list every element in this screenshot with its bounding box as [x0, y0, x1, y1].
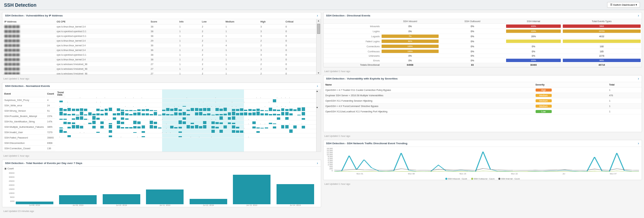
panel-title: SSH Detection - Normalized Events — [5, 85, 50, 88]
normalized-events-table: EventCountTrend Data Suspicious_SSH_Prox… — [2, 90, 66, 152]
expand-icon[interactable]: › — [638, 77, 639, 80]
column-header[interactable]: IP Address — [2, 19, 55, 24]
last-updated: Last Updated 23 minutes ago — [2, 209, 321, 213]
expand-icon[interactable]: › — [638, 14, 639, 17]
table-row[interactable]: ██.██.██.██cpe:/o:openbsd:openbsd:3.1381… — [2, 29, 316, 34]
line-series — [334, 168, 639, 170]
scroll-thumb[interactable] — [316, 93, 321, 106]
bar[interactable] — [16, 202, 53, 204]
bar[interactable] — [233, 175, 270, 204]
bar[interactable] — [59, 195, 97, 204]
table-row[interactable]: ██.██.██.██cpe:/o:openbsd:openbsd:3.1381… — [2, 53, 316, 57]
table-row[interactable]: SSH:Invalid_User7279 — [3, 130, 65, 135]
expand-icon[interactable]: › — [317, 161, 318, 165]
bar[interactable] — [146, 189, 184, 204]
column-header[interactable]: Low — [200, 19, 223, 24]
x-tick: Jul 10, 2019 — [103, 204, 140, 206]
column-header[interactable]: Critical — [284, 19, 316, 24]
exploits-table: NameSeverityTotal OpenSSH < 4.7 Trusted … — [324, 82, 642, 114]
x-tick: Mon 22 — [511, 173, 518, 175]
scroll-up-icon[interactable]: ▴ — [316, 19, 321, 22]
panel-title: SSH Detection - SSH Network Traffic Dire… — [326, 142, 407, 145]
table-row: Failed Logins82%0% — [324, 39, 642, 44]
panel-events-per-day: SSH Detection - Total Number of Events p… — [2, 160, 321, 207]
table-row[interactable]: ██.██.██.██cpe:/o:openbsd:openbsd:3.1381… — [2, 34, 316, 39]
legend-item[interactable]: SSH Outbound - Count — [471, 178, 495, 180]
legend-item[interactable]: SSH Internal - Count — [498, 178, 519, 180]
column-header[interactable]: Count — [46, 90, 55, 97]
table-row[interactable]: OpenSSH X11 Forwarding Session Hijacking… — [324, 98, 642, 104]
table-row[interactable]: ██.██.██.██cpe:/o:linux:linux_kernel:3.4… — [2, 24, 316, 29]
table-row[interactable]: SSH:Connection_Closed136 — [3, 146, 65, 151]
bar[interactable] — [190, 199, 227, 204]
legend-item[interactable]: SSH Inbound - Count — [445, 178, 467, 180]
table-row[interactable]: SSH_Write_error24 — [3, 103, 65, 108]
bar[interactable] — [103, 194, 140, 204]
column-header: SSH Outbound — [440, 19, 505, 24]
column-header: Total Events Types — [562, 19, 642, 24]
scroll-thumb[interactable] — [317, 24, 320, 34]
scrollbar[interactable]: ▴ ▾ — [316, 19, 321, 74]
table-row[interactable]: OpenSSH X11UseLocalhost X11 Forwarding P… — [324, 109, 642, 114]
page-title: SSH Detection — [4, 2, 36, 8]
column-header: SSH Inbound — [381, 19, 440, 24]
column-header[interactable]: Severity — [534, 82, 607, 88]
top-bar: SSH Detection ☰ Switch Dashboard ▾ — [0, 0, 644, 10]
panel-title: SSH Detection - Directional Events — [326, 14, 370, 17]
expand-icon[interactable]: › — [638, 142, 639, 145]
last-updated: Last Updated 1 hour ago — [323, 182, 642, 186]
x-tick: Mon 07 — [610, 173, 616, 175]
panel-trending: SSH Detection - SSH Network Traffic Dire… — [323, 140, 642, 180]
panel-vuln-by-ip: SSH Detection - Vulnerabilities by IP Ad… — [2, 12, 321, 75]
table-row: Continuous100%0%0%185 — [324, 49, 642, 54]
line-series — [334, 152, 639, 172]
table-row[interactable]: ██.██.██.██cpe:/o:windows:Vmdotnet_98271… — [2, 71, 316, 75]
bar[interactable] — [277, 184, 314, 204]
column-header[interactable]: Event — [3, 90, 45, 97]
table-row[interactable]: SSH:Failed_Password35893 — [3, 135, 65, 140]
switch-dashboard-button[interactable]: ☰ Switch Dashboard ▾ — [607, 2, 640, 8]
table-row[interactable]: ██.██.██.██cpe:/o:linux:linux_kernel:3.4… — [2, 48, 316, 53]
directional-table: SSH InboundSSH OutboundSSH InternalTotal… — [324, 19, 642, 67]
column-header[interactable]: Name — [324, 82, 534, 88]
table-row[interactable]: ██.██.██.██cpe:/o:windows:Vmdotnet_98271… — [2, 62, 316, 67]
column-header[interactable]: OS CPE — [55, 19, 149, 24]
column-header — [324, 19, 381, 24]
table-row: Inbounds0%0%100%5863 — [324, 24, 642, 29]
table-row[interactable]: SSH:Multiple_Authentication_Failures3855 — [3, 125, 65, 129]
column-header[interactable]: Total — [607, 82, 642, 88]
table-row[interactable]: Dropbear SSH Server < 2016.58 Multiple V… — [324, 93, 642, 98]
column-header[interactable]: High — [258, 19, 284, 24]
table-row[interactable]: OpenSSH < 4.7 Trusted X11 Cookie Connect… — [324, 88, 642, 93]
column-header[interactable]: Score — [149, 19, 177, 24]
table-row[interactable]: SSH:Disconnection6908 — [3, 141, 65, 146]
scroll-up-icon[interactable]: ▴ — [316, 90, 321, 93]
table-row[interactable]: SSH:Wrong_Version51 — [3, 109, 65, 113]
column-header[interactable]: Info — [177, 19, 200, 24]
table-row[interactable]: ██.██.██.██cpe:/o:windows:Vmdotnet_98271… — [2, 67, 316, 71]
scrollbar[interactable]: ▴ ▾ — [316, 90, 321, 152]
expand-icon[interactable]: › — [317, 14, 318, 17]
table-row: Connections100%0%0%160 — [324, 44, 642, 49]
table-row[interactable]: Suspicious_SSH_Proxy4 — [3, 98, 65, 103]
x-tick: Jul 14, 2019 — [277, 204, 314, 206]
table-row[interactable]: OpenSSH < 4.9 'ForceCommand' Directive B… — [324, 104, 642, 109]
table-row[interactable]: SSH:No_Identification_String147k — [3, 119, 65, 124]
table-row[interactable]: ██.██.██.██cpe:/o:linux:linux_kernel:3.4… — [2, 57, 316, 62]
panel-directional-events: SSH Detection - Directional Events › SSH… — [323, 12, 642, 67]
x-tick: Mon 01 — [356, 173, 363, 175]
table-row[interactable]: ██.██.██.██cpe:/o:linux:linux_kernel:3.4… — [2, 43, 316, 48]
x-tick: Jul 13, 2019 — [233, 204, 270, 206]
column-header[interactable]: Medium — [224, 19, 258, 24]
table-row: Logouts7%0%28%4632 — [324, 34, 642, 39]
expand-icon[interactable]: › — [317, 84, 318, 88]
table-row[interactable]: ██.██.██.██cpe:/o:linux:linux_kernel:3.4… — [2, 39, 316, 43]
last-updated: Last Updated 1 hour ago — [323, 134, 642, 138]
last-updated: Last Updated 1 hour ago — [323, 69, 642, 73]
scroll-down-icon[interactable]: ▾ — [316, 71, 321, 74]
x-tick: Mon 15 — [459, 173, 466, 175]
table-row[interactable]: SSH:Possible_BruteIn_Attempt157k — [3, 114, 65, 119]
scroll-down-icon[interactable]: ▾ — [316, 106, 321, 109]
series-toggle[interactable]: ▣ Count — [2, 167, 321, 171]
panel-title: SSH Detection - Vulnerability with Explo… — [326, 77, 398, 80]
